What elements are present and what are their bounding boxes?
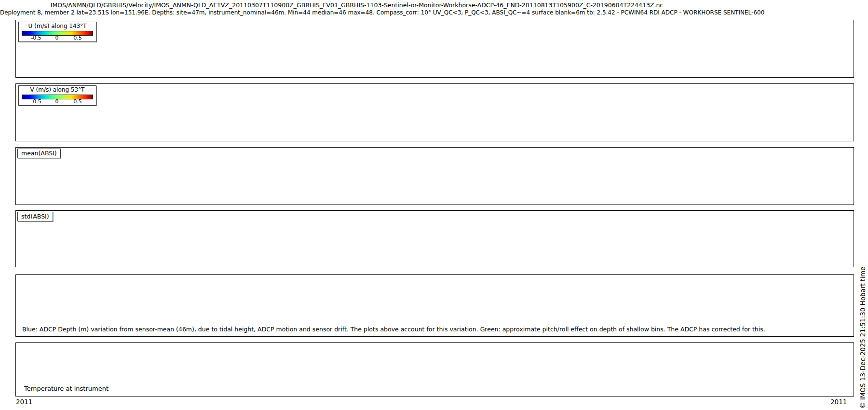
figure-subtitle-deployment: Deployment 8, member 2 lat=23.51S lon=15…: [0, 9, 714, 16]
panel-mean-absi: [15, 147, 854, 205]
v-colorbar-legend: V (m/s) along 53°T -0.5 0 0.5: [18, 85, 96, 106]
temperature-trace: [16, 343, 854, 396]
panel-temperature: [15, 342, 854, 396]
std-absi-label: std(ABSI): [17, 212, 53, 221]
x-axis-year-left: 2011: [16, 398, 32, 406]
mean-absi-heatmap: [16, 148, 854, 205]
panel-std-absi: [15, 210, 854, 267]
mean-absi-label: mean(ABSI): [17, 149, 61, 158]
u-velocity-heatmap: [16, 20, 854, 77]
temperature-inline-label: Temperature at instrument: [24, 385, 108, 392]
u-legend-title: U (m/s) along 143°T: [19, 23, 96, 29]
u-colorbar-legend: U (m/s) along 143°T -0.5 0 0.5: [18, 22, 96, 42]
u-colorbar-tick: 0: [55, 35, 59, 41]
u-colorbar-tick: 0.5: [73, 35, 82, 41]
std-absi-heatmap: [16, 211, 854, 267]
v-colorbar-tick: -0.5: [31, 98, 41, 105]
v-colorbar-tick: 0: [55, 98, 59, 105]
u-colorbar-tick: -0.5: [31, 35, 41, 41]
v-colorbar-tick: 0.5: [73, 98, 82, 105]
imos-watermark: © IMOS 13-Dec-2025 21:51:30 Hobart time: [859, 267, 867, 409]
depth-variation-caption: Blue: ADCP Depth (m) variation from sens…: [22, 326, 765, 333]
panel-u-velocity: [15, 20, 854, 78]
v-legend-title: V (m/s) along 53°T: [19, 86, 96, 93]
adcp-diagnostic-figure: IMOS/ANMN/QLD/GBRHIS/Velocity/IMOS_ANMN-…: [0, 0, 868, 410]
x-axis-year-right: 2011: [830, 398, 847, 406]
figure-title-filename: IMOS/ANMN/QLD/GBRHIS/Velocity/IMOS_ANMN-…: [0, 1, 714, 9]
v-velocity-heatmap: [16, 84, 854, 141]
panel-v-velocity: [15, 83, 854, 141]
